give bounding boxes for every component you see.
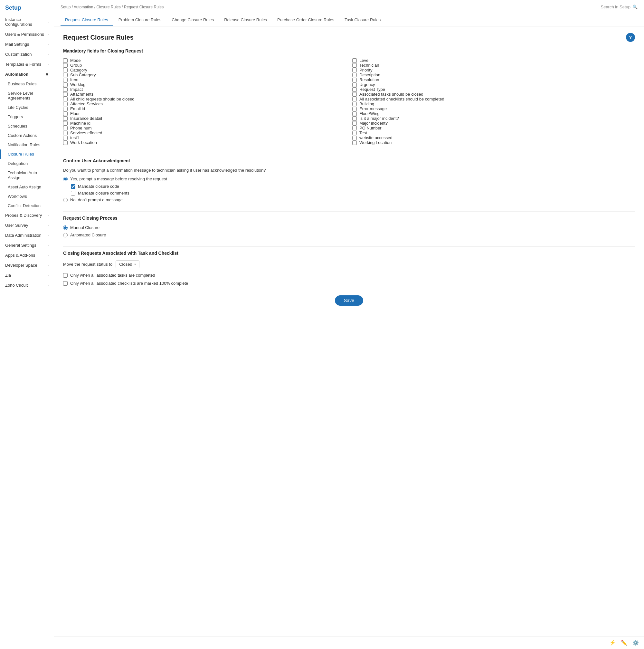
settings-icon[interactable]: ⚙️ <box>632 640 639 646</box>
breadcrumb: Setup / Automation / Closure Rules / Req… <box>60 5 164 9</box>
field-test: Test <box>352 130 635 135</box>
checkbox-assoc-tasks[interactable] <box>352 92 357 97</box>
sidebar-item-instance[interactable]: Instance Configurations › <box>0 14 54 29</box>
checkbox-email-id[interactable] <box>63 106 67 111</box>
sidebar-item-data-admin[interactable]: Data Administration › <box>0 230 54 240</box>
sidebar-item-zia[interactable]: Zia › <box>0 270 54 280</box>
sidebar-item-developer[interactable]: Developer Space › <box>0 260 54 270</box>
checkbox-category[interactable] <box>63 68 67 73</box>
chevron-icon: › <box>48 233 49 237</box>
sidebar-item-general[interactable]: General Settings › <box>0 240 54 250</box>
sidebar-item-probes[interactable]: Probes & Discovery › <box>0 210 54 220</box>
sidebar-item-templates[interactable]: Templates & Forms › <box>0 59 54 69</box>
checkbox-attachments[interactable] <box>63 92 67 97</box>
sidebar-item-apps[interactable]: Apps & Add-ons › <box>0 250 54 260</box>
checkbox-mandate-comments[interactable] <box>71 191 75 196</box>
tab-problem-closure[interactable]: Problem Closure Rules <box>114 14 166 26</box>
checkbox-urgency[interactable] <box>352 82 357 87</box>
sidebar-item-automation[interactable]: Automation ∨ <box>0 69 54 79</box>
sidebar-sub-lifecycle[interactable]: Life Cycles <box>0 103 54 112</box>
tab-po-closure[interactable]: Purchase Order Closure Rules <box>273 14 339 26</box>
chevron-icon: › <box>48 43 49 46</box>
checkbox-assoc-checklists[interactable] <box>352 97 357 101</box>
checkbox-working-location[interactable] <box>352 140 357 145</box>
sidebar-sub-conflict[interactable]: Conflict Detection <box>0 201 54 210</box>
checkbox-major-incident[interactable] <box>352 121 357 126</box>
sidebar-sub-workflows[interactable]: Workflows <box>0 191 54 201</box>
checkbox-floor-wing[interactable] <box>352 112 357 116</box>
sidebar-title: Setup <box>0 0 54 14</box>
sidebar-item-customization[interactable]: Customization › <box>0 49 54 59</box>
sidebar-item-zoho[interactable]: Zoho Circuit › <box>0 280 54 290</box>
search-icon[interactable]: 🔍 <box>632 4 638 9</box>
checkbox-phone-num[interactable] <box>63 126 67 130</box>
checkbox-technician[interactable] <box>352 63 357 68</box>
tab-change-closure[interactable]: Change Closure Rules <box>167 14 218 26</box>
label-group: Group <box>70 63 82 68</box>
search-label: Search in Setup <box>601 4 631 9</box>
zia-icon[interactable]: ⚡ <box>609 640 616 646</box>
label-subcategory: Sub Category <box>70 73 96 77</box>
checkbox-subcategory[interactable] <box>63 73 67 77</box>
sidebar-sub-technician-auto[interactable]: Technician Auto Assign <box>0 168 54 182</box>
checkbox-work-location[interactable] <box>63 140 67 145</box>
sidebar-sub-triggers[interactable]: Triggers <box>0 112 54 121</box>
checkbox-child-requests[interactable] <box>63 97 67 101</box>
tab-task-closure[interactable]: Task Closure Rules <box>340 14 385 26</box>
checkbox-test[interactable] <box>352 131 357 135</box>
chevron-down-icon: ▾ <box>134 262 136 266</box>
checkbox-floor[interactable] <box>63 112 67 116</box>
help-button[interactable]: ? <box>626 33 635 42</box>
acknowledgment-description: Do you want to prompt a confirmation mes… <box>63 168 635 173</box>
move-row: Move the request status to Closed ▾ <box>63 260 635 268</box>
sidebar-sub-custom-actions[interactable]: Custom Actions <box>0 131 54 140</box>
sidebar-item-survey[interactable]: User Survey › <box>0 220 54 230</box>
radio-automated[interactable] <box>63 233 67 237</box>
sidebar-sub-schedules[interactable]: Schedules <box>0 121 54 131</box>
tab-request-closure[interactable]: Request Closure Rules <box>60 14 113 26</box>
checkbox-services-effected[interactable] <box>63 131 67 135</box>
label-child-requests: All child requests should be closed <box>70 97 134 101</box>
status-select[interactable]: Closed ▾ <box>116 260 139 268</box>
checkbox-priority[interactable] <box>352 68 357 73</box>
label-insurance: Insurance deatail <box>70 116 102 121</box>
checkbox-worklog[interactable] <box>63 82 67 87</box>
checkbox-group[interactable] <box>63 63 67 68</box>
sidebar-sub-delegation[interactable]: Delegation <box>0 159 54 168</box>
checkbox-description[interactable] <box>352 73 357 77</box>
radio-manual[interactable] <box>63 225 67 230</box>
sidebar-sub-sla[interactable]: Service Level Agreements <box>0 89 54 103</box>
label-floor-wing: Floor/Wing <box>359 111 380 116</box>
radio-no[interactable] <box>63 198 67 202</box>
checkbox-resolution[interactable] <box>352 78 357 82</box>
sidebar-sub-notification-rules[interactable]: Notification Rules <box>0 140 54 149</box>
sidebar-sub-business-rules[interactable]: Business Rules <box>0 79 54 89</box>
checkbox-level[interactable] <box>352 58 357 63</box>
checkbox-request-type[interactable] <box>352 87 357 92</box>
checkbox-impact[interactable] <box>63 87 67 92</box>
edit-icon[interactable]: ✏️ <box>621 640 627 646</box>
search-bar[interactable]: Search in Setup 🔍 <box>601 4 638 9</box>
checkbox-error-message[interactable] <box>352 106 357 111</box>
checkbox-item[interactable] <box>63 78 67 82</box>
sidebar-sub-closure-rules[interactable]: Closure Rules <box>0 149 54 159</box>
tab-release-closure[interactable]: Release Closure Rules <box>220 14 271 26</box>
checkbox-machine-id[interactable] <box>63 121 67 126</box>
checkbox-affected-services[interactable] <box>63 102 67 106</box>
field-child-requests: All child requests should be closed <box>63 97 346 101</box>
checkbox-major-incident-q[interactable] <box>352 116 357 121</box>
checkbox-building[interactable] <box>352 102 357 106</box>
checkbox-only-tasks[interactable] <box>63 273 67 277</box>
sidebar-sub-asset-auto[interactable]: Asset Auto Assign <box>0 182 54 191</box>
checkbox-only-checklists[interactable] <box>63 281 67 286</box>
sidebar-item-mail[interactable]: Mail Settings › <box>0 39 54 49</box>
checkbox-test1[interactable] <box>63 136 67 140</box>
checkbox-mode[interactable] <box>63 58 67 63</box>
radio-yes[interactable] <box>63 177 67 181</box>
checkbox-mandate-code[interactable] <box>71 184 75 189</box>
save-button[interactable]: Save <box>335 295 363 306</box>
checkbox-insurance[interactable] <box>63 116 67 121</box>
checkbox-website-accessed[interactable] <box>352 136 357 140</box>
checkbox-po-number[interactable] <box>352 126 357 130</box>
sidebar-item-users[interactable]: Users & Permissions › <box>0 29 54 39</box>
